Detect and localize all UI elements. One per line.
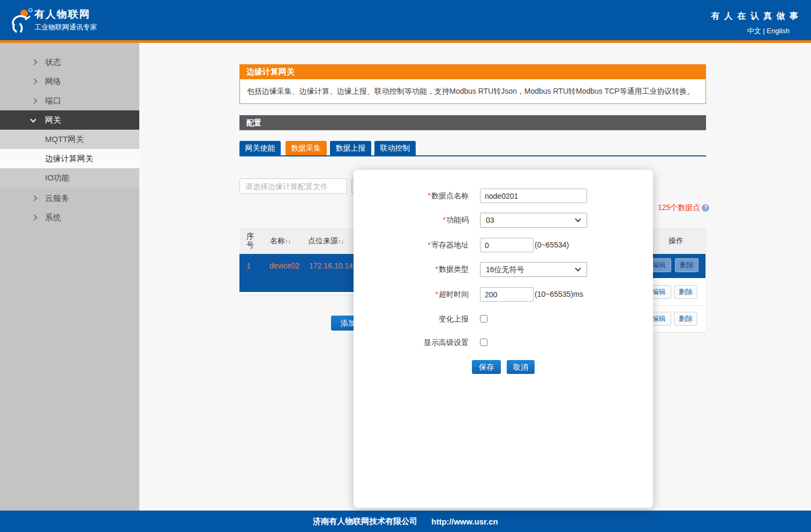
- datapoint-name-input[interactable]: [480, 189, 587, 203]
- datapoint-edit-modal: *数据点名称 *功能码 03 *寄存器地址 (0~65534) *数据类型 16…: [354, 170, 653, 508]
- footer-url[interactable]: http://www.usr.cn: [431, 517, 498, 526]
- tab-data-acquisition[interactable]: 数据采集: [286, 141, 327, 155]
- sidebar-nav: 状态 网络 端口 网关 MQTT网关 边缘计算网关 IO功能 云服务 系统: [0, 43, 139, 511]
- config-section-header: 配置: [239, 115, 706, 130]
- top-header-bar: 有人物联网 工业物联网通讯专家 有 人 在 认 真 做 事 中文 | Engli…: [0, 0, 811, 40]
- field-label: 超时时间: [439, 290, 469, 298]
- datapoint-count-text: 125个数据点: [658, 203, 700, 213]
- required-asterisk: *: [443, 215, 446, 224]
- required-asterisk: *: [435, 265, 438, 273]
- column-header-source[interactable]: 点位来源↑↓: [308, 236, 344, 246]
- sidebar-item-system[interactable]: 系统: [0, 208, 139, 227]
- tab-gateway-enable[interactable]: 网关使能: [239, 141, 281, 155]
- data-type-select[interactable]: 16位无符号: [480, 262, 587, 277]
- lang-english-link[interactable]: English: [767, 27, 790, 35]
- tab-data-report[interactable]: 数据上报: [330, 141, 371, 155]
- cell-seq: 1: [246, 261, 251, 270]
- field-label: 变化上报: [354, 314, 469, 324]
- sidebar-item-io-function[interactable]: IO功能: [0, 168, 139, 188]
- help-icon[interactable]: ?: [702, 204, 709, 212]
- chevron-down-icon: [30, 116, 36, 122]
- sort-arrows-icon[interactable]: ↑↓: [338, 238, 344, 244]
- field-label: 功能码: [446, 215, 469, 224]
- field-row-name: *数据点名称: [354, 189, 653, 203]
- timeout-input[interactable]: [480, 287, 534, 302]
- usr-logo-icon: [7, 7, 33, 34]
- field-label: 数据点名称: [431, 191, 469, 200]
- sidebar-item-mqtt-gateway[interactable]: MQTT网关: [0, 130, 139, 149]
- sidebar-item-port[interactable]: 端口: [0, 91, 139, 110]
- delete-button[interactable]: 删除: [675, 258, 699, 272]
- chevron-right-icon: [31, 98, 37, 103]
- field-row-function-code: *功能码 03: [354, 213, 653, 228]
- page-title: 边缘计算网关: [239, 64, 706, 79]
- field-row-register-addr: *寄存器地址 (0~65534): [354, 238, 653, 252]
- sidebar-item-gateway[interactable]: 网关: [0, 110, 139, 130]
- brand-slogan: 有 人 在 认 真 做 事: [711, 11, 799, 22]
- sidebar-item-edge-gateway[interactable]: 边缘计算网关: [0, 149, 139, 168]
- sidebar-item-status[interactable]: 状态: [0, 53, 139, 72]
- column-header-seq: 序号: [246, 232, 260, 249]
- datapoint-count-row: 125个数据点 ?: [658, 203, 709, 213]
- chevron-right-icon: [31, 214, 37, 220]
- field-label: 寄存器地址: [431, 241, 469, 249]
- range-hint: (10~65535)ms: [535, 290, 583, 298]
- footer-company: 济南有人物联网技术有限公司: [313, 516, 417, 527]
- language-switcher: 中文 | English: [747, 26, 790, 36]
- chevron-right-icon: [31, 78, 37, 84]
- function-code-select[interactable]: 03: [480, 213, 587, 228]
- column-header-ops: 操作: [663, 236, 689, 246]
- lang-divider: |: [763, 27, 764, 35]
- lang-chinese-link[interactable]: 中文: [747, 27, 761, 35]
- config-file-input[interactable]: [239, 178, 347, 194]
- required-asterisk: *: [428, 241, 431, 249]
- tab-underline: [239, 155, 706, 156]
- config-tabs: 网关使能 数据采集 数据上报 联动控制: [239, 141, 706, 155]
- required-asterisk: *: [428, 191, 431, 200]
- delete-button[interactable]: 删除: [674, 312, 697, 326]
- sort-arrows-icon[interactable]: ↑↓: [285, 238, 291, 244]
- sidebar-item-cloud-service[interactable]: 云服务: [0, 189, 139, 208]
- footer-bar: 济南有人物联网技术有限公司 http://www.usr.cn: [0, 511, 811, 532]
- required-asterisk: *: [435, 290, 438, 298]
- chevron-right-icon: [31, 195, 37, 201]
- delete-button[interactable]: 删除: [674, 285, 697, 299]
- range-hint: (0~65534): [535, 241, 569, 249]
- cell-source: 172.16.10.143: [309, 261, 357, 270]
- register-address-input[interactable]: [480, 238, 534, 252]
- field-label: 显示高级设置: [354, 338, 469, 348]
- save-button[interactable]: 保存: [472, 360, 501, 374]
- cancel-button[interactable]: 取消: [507, 360, 535, 374]
- column-header-name[interactable]: 名称↑↓: [270, 236, 291, 246]
- report-on-change-checkbox[interactable]: [480, 315, 487, 323]
- field-row-advanced-settings: 显示高级设置: [354, 337, 653, 348]
- cell-name: device02: [269, 261, 299, 270]
- chevron-down-icon: [575, 216, 581, 222]
- field-row-data-type: *数据类型 16位无符号: [354, 262, 653, 277]
- field-label: 数据类型: [439, 265, 469, 273]
- brand-subtitle: 工业物联网通讯专家: [34, 23, 97, 32]
- sidebar-item-network[interactable]: 网络: [0, 72, 139, 91]
- field-row-timeout: *超时时间 (10~65535)ms: [354, 287, 653, 302]
- chevron-right-icon: [31, 59, 37, 65]
- field-row-report-on-change: 变化上报: [354, 313, 653, 324]
- brand-title: 有人物联网: [34, 8, 91, 21]
- show-advanced-checkbox[interactable]: [480, 339, 487, 346]
- page-description: 包括边缘采集、边缘计算、边缘上报、联动控制等功能，支持Modbus RTU转Js…: [239, 79, 706, 104]
- tab-linkage-control[interactable]: 联动控制: [374, 141, 416, 155]
- chevron-down-icon: [575, 265, 581, 271]
